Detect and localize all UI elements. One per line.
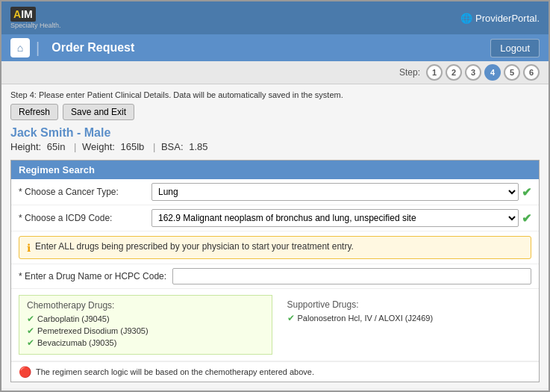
app-header: AIM Specialty Health. 🌐 ProviderPortal. (1, 1, 549, 34)
logo-area: AIM Specialty Health. (10, 7, 61, 29)
logo-subtitle: Specialty Health. (10, 22, 61, 29)
supportive-drugs-box: Supportive Drugs: ✔ Palonosetron Hcl, IV… (280, 295, 532, 355)
patient-weight: 165lb (120, 141, 144, 152)
bottom-warning-text: The regimen search logic will be based o… (36, 367, 314, 376)
icd9-select[interactable]: 162.9 Malignant neoplasm of bronchus and… (151, 209, 519, 227)
check-icon: ✔ (27, 314, 34, 324)
nav-divider: | (36, 40, 40, 57)
cancer-type-check-icon: ✔ (522, 185, 531, 199)
list-item: ✔ Pemetrexed Disodium (J9305) (27, 326, 264, 336)
list-item: ✔ Bevacizumab (J9035) (27, 337, 264, 348)
supportive-drug-1: Palonosetron Hcl, IV / ALOXI (J2469) (298, 314, 434, 323)
step-5[interactable]: 5 (504, 64, 520, 81)
step-3[interactable]: 3 (465, 64, 481, 81)
cancer-type-row: * Choose a Cancer Type: Lung ✔ (11, 179, 539, 205)
aim-logo: AIM (10, 7, 36, 22)
check-icon: ✔ (27, 337, 34, 348)
icd9-control: 162.9 Malignant neoplasm of bronchus and… (151, 209, 531, 227)
home-button[interactable]: ⌂ (10, 38, 30, 57)
page-title: Order Request (51, 41, 134, 55)
action-buttons: Refresh Save and Exit (10, 104, 540, 120)
drug-name-control (172, 268, 531, 284)
icd9-row: * Choose a ICD9 Code: 162.9 Malignant ne… (11, 205, 539, 231)
icd9-check-icon: ✔ (522, 211, 531, 225)
supportive-title: Supportive Drugs: (287, 299, 525, 310)
chemo-drug-3: Bevacizumab (J9035) (37, 338, 116, 347)
chemo-drug-2: Pemetrexed Disodium (J9305) (37, 326, 149, 335)
step-6[interactable]: 6 (523, 64, 540, 81)
error-icon: 🔴 (19, 366, 31, 378)
icd9-label: * Choose a ICD9 Code: (19, 213, 146, 223)
step-4[interactable]: 4 (484, 64, 501, 81)
logout-button[interactable]: Logout (490, 39, 540, 57)
check-icon: ✔ (27, 326, 34, 336)
list-item: ✔ Palonosetron Hcl, IV / ALOXI (J2469) (287, 313, 525, 323)
drugs-section: Chemotherapy Drugs: ✔ Carboplatin (J9045… (11, 289, 539, 361)
patient-bsa: 1.85 (189, 141, 207, 152)
patient-name: Jack Smith - Male (10, 126, 540, 140)
navbar: ⌂ | Order Request Logout (1, 34, 549, 61)
chemo-title: Chemotherapy Drugs: (27, 300, 264, 311)
check-icon: ✔ (287, 313, 295, 323)
regimen-search-box: Regimen Search * Choose a Cancer Type: L… (10, 160, 540, 382)
drug-input-row: * Enter a Drug Name or HCPC Code: (11, 264, 539, 289)
bottom-warning: 🔴 The regimen search logic will be based… (11, 361, 539, 382)
patient-stats: Height: 65in | Weight: 165lb | BSA: 1.85 (10, 141, 540, 152)
main-content: Step 4: Please enter Patient Clinical De… (1, 84, 549, 388)
home-icon: ⌂ (17, 42, 23, 54)
warning-row: ℹ Enter ALL drugs being prescribed by yo… (11, 231, 539, 264)
globe-icon: 🌐 (460, 13, 472, 24)
drug-name-label: * Enter a Drug Name or HCPC Code: (19, 271, 166, 281)
step-1[interactable]: 1 (426, 64, 443, 81)
cancer-type-select[interactable]: Lung (151, 183, 519, 201)
list-item: ✔ Carboplatin (J9045) (27, 314, 264, 324)
cancer-type-control: Lung ✔ (151, 183, 531, 201)
drug-name-input[interactable] (172, 268, 531, 284)
chemo-drug-1: Carboplatin (J9045) (37, 314, 110, 323)
provider-portal-label: 🌐 ProviderPortal. (460, 13, 540, 24)
step-2[interactable]: 2 (446, 64, 462, 81)
chemo-drugs-box: Chemotherapy Drugs: ✔ Carboplatin (J9045… (19, 295, 272, 355)
refresh-button[interactable]: Refresh (10, 104, 58, 120)
cancer-type-label: * Choose a Cancer Type: (19, 187, 146, 197)
steps-bar: Step: 1 2 3 4 5 6 (1, 61, 549, 84)
regimen-search-header: Regimen Search (11, 161, 539, 179)
patient-height: 65in (47, 141, 66, 152)
nav-left: ⌂ | Order Request (10, 38, 134, 57)
info-icon: ℹ (27, 242, 31, 254)
warning-text: Enter ALL drugs being prescribed by your… (35, 241, 354, 252)
instruction-text: Step 4: Please enter Patient Clinical De… (10, 90, 540, 99)
steps-label: Step: (399, 67, 420, 78)
save-exit-button[interactable]: Save and Exit (63, 104, 134, 120)
warning-box: ℹ Enter ALL drugs being prescribed by yo… (19, 236, 531, 259)
